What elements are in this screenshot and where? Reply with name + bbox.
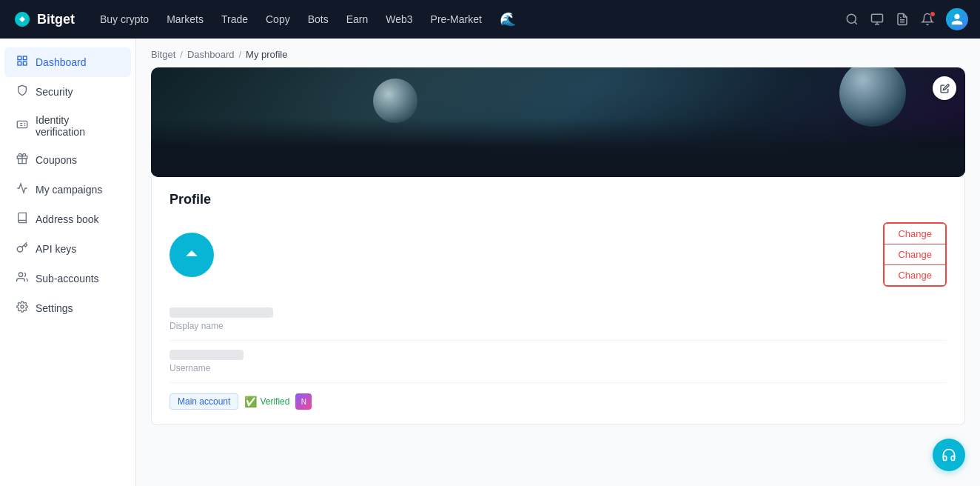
svg-point-0: [847, 14, 856, 23]
sidebar-item-security[interactable]: Security: [4, 77, 131, 107]
nav-web3[interactable]: Web3: [378, 9, 420, 30]
change-buttons-group: Change Change Change: [883, 222, 947, 287]
sidebar-item-api-keys[interactable]: API keys: [4, 234, 131, 264]
breadcrumb-current: My profile: [246, 49, 287, 60]
identity-icon: [16, 119, 28, 133]
sidebar-item-sub-accounts-label: Sub-accounts: [36, 273, 99, 284]
change-username-button[interactable]: Change: [885, 265, 945, 285]
svg-rect-4: [18, 56, 21, 60]
assets-button[interactable]: [870, 13, 884, 26]
sidebar-item-coupons[interactable]: Coupons: [4, 145, 131, 175]
api-keys-icon: [16, 242, 28, 256]
user-avatar-button[interactable]: [946, 8, 968, 30]
sidebar-item-campaigns[interactable]: My campaigns: [4, 175, 131, 204]
verified-tag: ✅ Verified: [244, 396, 289, 407]
top-navigation: Bitget Buy crypto Markets Trade Copy Bot…: [0, 0, 980, 39]
security-icon: [16, 84, 28, 99]
breadcrumb-sep-1: /: [180, 49, 183, 60]
sidebar-item-identity[interactable]: Identity verification: [4, 107, 131, 145]
avatar-row: Change Change Change: [170, 222, 947, 287]
profile-banner: [151, 67, 965, 177]
sidebar-item-settings-label: Settings: [36, 302, 73, 314]
address-book-icon: [16, 212, 28, 227]
username-content: Username: [170, 350, 947, 373]
breadcrumb-bitget[interactable]: Bitget: [151, 49, 175, 60]
breadcrumb: Bitget / Dashboard / My profile: [136, 39, 980, 67]
main-content: Bitget / Dashboard / My profile Profile: [136, 39, 980, 486]
dashboard-icon: [16, 55, 28, 70]
nav-icon-group: [845, 8, 968, 30]
svg-point-10: [21, 305, 24, 308]
profile-tags: Main account ✅ Verified N: [170, 383, 947, 413]
logo[interactable]: Bitget: [12, 9, 75, 30]
nav-copy[interactable]: Copy: [258, 9, 298, 30]
search-button[interactable]: [845, 13, 859, 26]
username-label: Username: [170, 363, 947, 373]
sidebar-item-dashboard[interactable]: Dashboard: [4, 47, 131, 77]
sub-accounts-icon: [16, 271, 28, 286]
display-name-value: [170, 307, 273, 318]
nav-items: Buy crypto Markets Trade Copy Bots Earn …: [93, 7, 828, 32]
sidebar-item-identity-label: Identity verification: [36, 114, 119, 138]
change-display-name-button[interactable]: Change: [885, 244, 945, 265]
svg-rect-5: [23, 56, 27, 60]
main-account-tag: Main account: [170, 393, 238, 410]
svg-rect-7: [18, 61, 21, 65]
svg-rect-1: [872, 14, 883, 22]
svg-point-9: [19, 273, 22, 276]
sidebar-item-coupons-label: Coupons: [36, 154, 77, 166]
sidebar-item-campaigns-label: My campaigns: [36, 184, 102, 196]
app-body: Dashboard Security Identity verification…: [0, 39, 980, 486]
sidebar: Dashboard Security Identity verification…: [0, 39, 136, 486]
banner-image: [151, 67, 965, 177]
display-name-content: Display name: [170, 307, 947, 331]
profile-section: Profile Change Change Change: [151, 177, 965, 425]
breadcrumb-dashboard[interactable]: Dashboard: [187, 49, 235, 60]
nav-pre-market[interactable]: Pre-Market: [423, 9, 489, 30]
campaigns-icon: [16, 182, 28, 197]
nav-trade[interactable]: Trade: [214, 9, 255, 30]
orders-button[interactable]: [896, 13, 909, 26]
username-field: Username: [170, 341, 947, 383]
banner-edit-button[interactable]: [933, 76, 956, 100]
verified-icon: ✅: [244, 396, 257, 407]
display-name-label: Display name: [170, 321, 947, 331]
sidebar-item-address-book-label: Address book: [36, 213, 99, 225]
svg-rect-6: [23, 61, 27, 65]
notifications-button[interactable]: [921, 13, 934, 26]
nav-earn[interactable]: Earn: [339, 9, 376, 30]
sidebar-item-settings[interactable]: Settings: [4, 293, 131, 323]
nav-waves[interactable]: 🌊: [492, 7, 523, 32]
sidebar-item-security-label: Security: [36, 86, 73, 98]
notification-badge: [930, 11, 936, 17]
sidebar-item-address-book[interactable]: Address book: [4, 204, 131, 234]
sidebar-item-sub-accounts[interactable]: Sub-accounts: [4, 264, 131, 293]
profile-avatar[interactable]: [170, 233, 214, 277]
nav-bots[interactable]: Bots: [301, 9, 336, 30]
settings-icon: [16, 301, 28, 316]
svg-rect-8: [17, 121, 27, 127]
change-avatar-button[interactable]: Change: [885, 224, 945, 244]
sidebar-item-dashboard-label: Dashboard: [36, 56, 87, 68]
sidebar-item-api-keys-label: API keys: [36, 243, 76, 255]
breadcrumb-sep-2: /: [238, 49, 241, 60]
nav-buy-crypto[interactable]: Buy crypto: [93, 9, 156, 30]
coupons-icon: [16, 153, 28, 167]
nft-tag: N: [295, 393, 312, 410]
verified-label: Verified: [260, 396, 289, 407]
support-button[interactable]: [933, 439, 965, 471]
nav-markets[interactable]: Markets: [159, 9, 211, 30]
display-name-field: Display name: [170, 299, 947, 341]
username-value: [170, 350, 244, 360]
profile-title: Profile: [170, 192, 947, 207]
